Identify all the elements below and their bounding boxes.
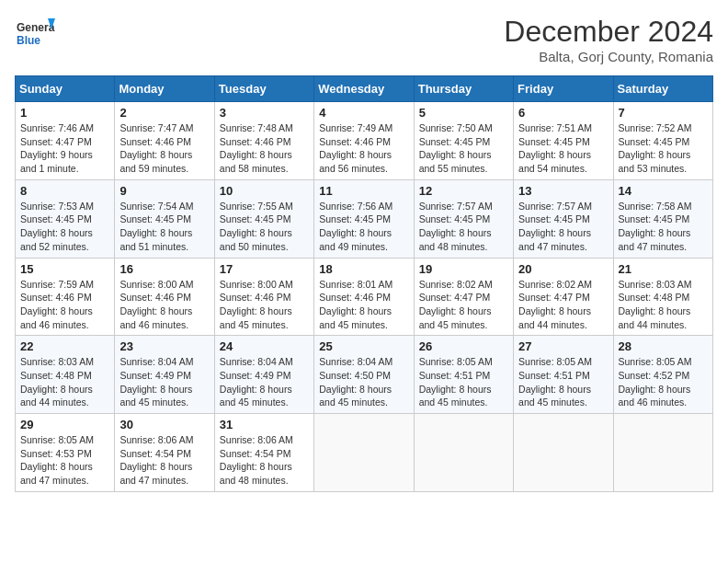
calendar-week-row: 15 Sunrise: 7:59 AMSunset: 4:46 PMDaylig… [16, 258, 713, 336]
day-number: 22 [20, 339, 109, 353]
day-number: 4 [319, 106, 408, 120]
day-info: Sunrise: 8:02 AMSunset: 4:47 PMDaylight:… [518, 278, 608, 332]
day-number: 28 [619, 339, 708, 353]
day-number: 20 [518, 262, 608, 276]
calendar-day-cell: 25 Sunrise: 8:04 AMSunset: 4:50 PMDaylig… [314, 336, 414, 414]
day-info: Sunrise: 8:04 AMSunset: 4:49 PMDaylight:… [119, 355, 209, 409]
day-info: Sunrise: 8:00 AMSunset: 4:46 PMDaylight:… [119, 278, 209, 332]
day-number: 17 [220, 262, 309, 276]
day-number: 23 [119, 339, 209, 353]
day-info: Sunrise: 8:03 AMSunset: 4:48 PMDaylight:… [20, 355, 109, 409]
calendar-day-cell: 26 Sunrise: 8:05 AMSunset: 4:51 PMDaylig… [414, 336, 513, 414]
calendar-day-cell [314, 414, 414, 492]
calendar-day-header: Wednesday [314, 76, 414, 102]
calendar-day-cell: 14 Sunrise: 7:58 AMSunset: 4:45 PMDaylig… [613, 179, 712, 258]
day-number: 25 [319, 339, 408, 353]
day-number: 16 [119, 262, 209, 276]
day-number: 6 [518, 106, 608, 120]
calendar-day-cell: 21 Sunrise: 8:03 AMSunset: 4:48 PMDaylig… [613, 258, 712, 336]
day-number: 1 [20, 106, 109, 120]
calendar-header-row: SundayMondayTuesdayWednesdayThursdayFrid… [16, 76, 713, 102]
day-number: 15 [20, 262, 109, 276]
location: Balta, Gorj County, Romania [504, 49, 713, 64]
day-info: Sunrise: 7:58 AMSunset: 4:45 PMDaylight:… [619, 200, 708, 254]
calendar-day-cell [414, 414, 513, 492]
calendar-day-header: Saturday [613, 76, 712, 102]
calendar-day-cell: 24 Sunrise: 8:04 AMSunset: 4:49 PMDaylig… [214, 336, 313, 414]
day-info: Sunrise: 8:05 AMSunset: 4:53 PMDaylight:… [20, 433, 109, 488]
day-number: 27 [518, 339, 608, 353]
day-info: Sunrise: 8:05 AMSunset: 4:52 PMDaylight:… [619, 355, 708, 409]
day-number: 5 [419, 106, 508, 120]
day-info: Sunrise: 7:57 AMSunset: 4:45 PMDaylight:… [518, 200, 608, 254]
calendar-day-cell [613, 414, 712, 492]
day-info: Sunrise: 8:04 AMSunset: 4:49 PMDaylight:… [220, 355, 309, 409]
day-info: Sunrise: 8:05 AMSunset: 4:51 PMDaylight:… [518, 355, 608, 409]
day-number: 7 [619, 106, 708, 120]
calendar-day-cell: 17 Sunrise: 8:00 AMSunset: 4:46 PMDaylig… [214, 258, 313, 336]
day-info: Sunrise: 8:04 AMSunset: 4:50 PMDaylight:… [319, 355, 408, 409]
calendar-day-cell: 23 Sunrise: 8:04 AMSunset: 4:49 PMDaylig… [115, 336, 214, 414]
day-info: Sunrise: 7:51 AMSunset: 4:45 PMDaylight:… [518, 121, 608, 176]
calendar-day-header: Monday [115, 76, 214, 102]
day-number: 12 [419, 184, 508, 198]
calendar-day-cell: 16 Sunrise: 8:00 AMSunset: 4:46 PMDaylig… [115, 258, 214, 336]
day-info: Sunrise: 8:01 AMSunset: 4:46 PMDaylight:… [319, 278, 408, 332]
month-title: December 2024 [504, 15, 713, 49]
day-number: 2 [119, 106, 209, 120]
calendar-day-cell: 13 Sunrise: 7:57 AMSunset: 4:45 PMDaylig… [514, 179, 613, 258]
calendar-table: SundayMondayTuesdayWednesdayThursdayFrid… [15, 75, 713, 492]
day-number: 13 [518, 184, 608, 198]
day-info: Sunrise: 7:52 AMSunset: 4:45 PMDaylight:… [619, 121, 708, 176]
calendar-week-row: 29 Sunrise: 8:05 AMSunset: 4:53 PMDaylig… [16, 414, 713, 492]
day-info: Sunrise: 7:57 AMSunset: 4:45 PMDaylight:… [419, 200, 508, 254]
day-number: 18 [319, 262, 408, 276]
day-number: 14 [619, 184, 708, 198]
day-info: Sunrise: 7:59 AMSunset: 4:46 PMDaylight:… [20, 278, 109, 332]
calendar-day-cell: 1 Sunrise: 7:46 AMSunset: 4:47 PMDayligh… [16, 102, 115, 180]
day-number: 21 [619, 262, 708, 276]
day-number: 3 [220, 106, 309, 120]
calendar-day-cell: 30 Sunrise: 8:06 AMSunset: 4:54 PMDaylig… [115, 414, 214, 492]
calendar-week-row: 1 Sunrise: 7:46 AMSunset: 4:47 PMDayligh… [16, 102, 713, 180]
day-info: Sunrise: 7:54 AMSunset: 4:45 PMDaylight:… [119, 200, 209, 254]
day-info: Sunrise: 7:56 AMSunset: 4:45 PMDaylight:… [319, 200, 408, 254]
day-info: Sunrise: 7:46 AMSunset: 4:47 PMDaylight:… [20, 121, 109, 176]
calendar-week-row: 8 Sunrise: 7:53 AMSunset: 4:45 PMDayligh… [16, 179, 713, 258]
calendar-day-cell: 20 Sunrise: 8:02 AMSunset: 4:47 PMDaylig… [514, 258, 613, 336]
day-info: Sunrise: 7:49 AMSunset: 4:46 PMDaylight:… [319, 121, 408, 176]
day-number: 29 [20, 418, 109, 431]
day-info: Sunrise: 7:50 AMSunset: 4:45 PMDaylight:… [419, 121, 508, 176]
svg-text:Blue: Blue [17, 34, 40, 47]
calendar-day-cell: 2 Sunrise: 7:47 AMSunset: 4:46 PMDayligh… [115, 102, 214, 180]
calendar-day-cell: 22 Sunrise: 8:03 AMSunset: 4:48 PMDaylig… [16, 336, 115, 414]
day-info: Sunrise: 8:06 AMSunset: 4:54 PMDaylight:… [220, 433, 309, 488]
day-info: Sunrise: 8:06 AMSunset: 4:54 PMDaylight:… [119, 433, 209, 488]
calendar-day-cell: 29 Sunrise: 8:05 AMSunset: 4:53 PMDaylig… [16, 414, 115, 492]
day-number: 19 [419, 262, 508, 276]
day-number: 8 [20, 184, 109, 198]
calendar-day-cell: 19 Sunrise: 8:02 AMSunset: 4:47 PMDaylig… [414, 258, 513, 336]
calendar-day-cell: 18 Sunrise: 8:01 AMSunset: 4:46 PMDaylig… [314, 258, 414, 336]
day-number: 9 [119, 184, 209, 198]
day-info: Sunrise: 8:03 AMSunset: 4:48 PMDaylight:… [619, 278, 708, 332]
calendar-day-cell: 6 Sunrise: 7:51 AMSunset: 4:45 PMDayligh… [514, 102, 613, 180]
day-info: Sunrise: 8:05 AMSunset: 4:51 PMDaylight:… [419, 355, 508, 409]
calendar-day-cell: 10 Sunrise: 7:55 AMSunset: 4:45 PMDaylig… [214, 179, 313, 258]
calendar-day-cell: 28 Sunrise: 8:05 AMSunset: 4:52 PMDaylig… [613, 336, 712, 414]
calendar-day-cell: 11 Sunrise: 7:56 AMSunset: 4:45 PMDaylig… [314, 179, 414, 258]
calendar-week-row: 22 Sunrise: 8:03 AMSunset: 4:48 PMDaylig… [16, 336, 713, 414]
calendar-day-cell: 5 Sunrise: 7:50 AMSunset: 4:45 PMDayligh… [414, 102, 513, 180]
day-number: 26 [419, 339, 508, 353]
day-info: Sunrise: 7:48 AMSunset: 4:46 PMDaylight:… [220, 121, 309, 176]
logo-svg: General Blue [15, 15, 55, 55]
day-info: Sunrise: 8:00 AMSunset: 4:46 PMDaylight:… [220, 278, 309, 332]
day-info: Sunrise: 7:55 AMSunset: 4:45 PMDaylight:… [220, 200, 309, 254]
calendar-day-header: Tuesday [214, 76, 313, 102]
calendar-day-header: Friday [514, 76, 613, 102]
calendar-day-header: Sunday [16, 76, 115, 102]
logo: General Blue [15, 15, 55, 55]
page-header: General Blue December 2024 Balta, Gorj C… [15, 15, 713, 64]
calendar-day-cell: 12 Sunrise: 7:57 AMSunset: 4:45 PMDaylig… [414, 179, 513, 258]
calendar-day-cell: 15 Sunrise: 7:59 AMSunset: 4:46 PMDaylig… [16, 258, 115, 336]
